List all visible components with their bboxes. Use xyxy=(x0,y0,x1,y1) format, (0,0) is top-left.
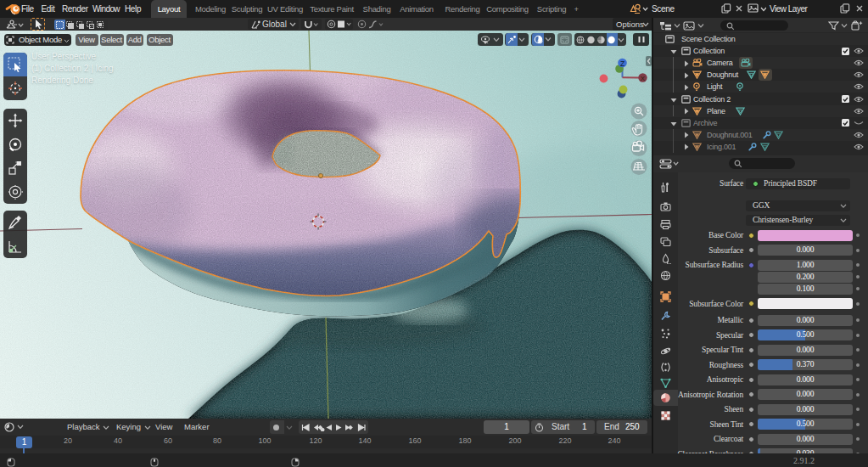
svg-text:X: X xyxy=(641,75,646,82)
svg-text:Z: Z xyxy=(620,59,624,68)
